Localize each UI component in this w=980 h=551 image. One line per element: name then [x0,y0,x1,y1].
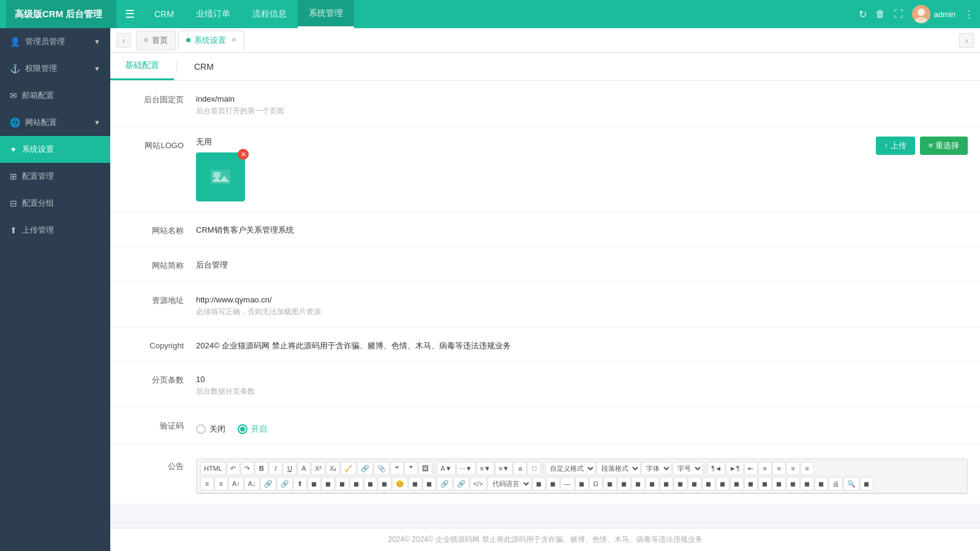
nav-item-system[interactable]: 系统管理 [298,0,354,28]
site-short-input[interactable] [196,261,968,270]
editor-btn-r2-b26[interactable]: ◼ [801,477,814,490]
captcha-on-option[interactable]: 开启 [238,424,267,435]
editor-btn-r2-1[interactable]: ≡ [200,477,214,490]
delete-icon[interactable]: 🗑 [875,9,885,20]
editor-btn-r2-lnk4[interactable]: 🔗 [453,477,469,490]
editor-btn-r2-b24[interactable]: ◼ [772,477,786,490]
editor-btn-r2-b5[interactable]: ◼ [364,477,377,490]
editor-btn-r2-b1[interactable]: ◼ [307,477,321,490]
expand-icon[interactable]: ⛶ [894,9,903,20]
editor-btn-para-left[interactable]: ¶◄ [707,462,725,475]
editor-btn-anchor[interactable]: 📎 [374,462,390,475]
upload-button[interactable]: ↑ 上传 [876,137,915,155]
editor-btn-r2-code[interactable]: </> [470,477,487,490]
editor-btn-image[interactable]: 🖼 [418,462,432,475]
editor-btn-r2-2[interactable]: ≡ [214,477,228,490]
editor-btn-r2-b17[interactable]: ◼ [674,477,687,490]
editor-btn-r2-b20[interactable]: ◼ [716,477,729,490]
nav-item-crm[interactable]: CRM [143,0,185,28]
editor-btn-r2-b3[interactable]: ◼ [336,477,349,490]
editor-btn-r2-b19[interactable]: ◼ [702,477,715,490]
editor-btn-r2-b13[interactable]: ◼ [617,477,631,490]
editor-btn-sup[interactable]: X² [311,462,325,475]
site-name-input[interactable] [196,226,968,235]
editor-select-custom[interactable]: 自定义格式 [545,462,596,475]
editor-btn-list2[interactable]: ≡▼ [495,462,513,475]
editor-btn-link[interactable]: 🔗 [357,462,373,475]
editor-btn-r2-b23[interactable]: ◼ [758,477,772,490]
editor-btn-quote-close[interactable]: ❞ [404,462,418,475]
editor-btn-align-right[interactable]: ≡ [786,462,800,475]
editor-btn-redo[interactable]: ↷ [241,462,254,475]
editor-btn-r2-4[interactable]: A↓ [244,477,260,490]
tab-close-button[interactable]: ✕ [231,36,236,44]
sidebar-item-config-mgmt[interactable]: ⊞ 配置管理 [0,163,110,190]
editor-select-font[interactable]: 字体 [641,462,672,475]
editor-btn-r2-lnk3[interactable]: 🔗 [437,477,453,490]
editor-btn-r2-up[interactable]: ⬆ [293,477,307,490]
editor-btn-r2-b25[interactable]: ◼ [786,477,800,490]
editor-btn-r2-b22[interactable]: ◼ [744,477,758,490]
editor-btn-font-color[interactable]: A▼ [437,462,455,475]
tab-next-button[interactable]: › [959,33,974,48]
editor-btn-r2-zoom[interactable]: 🔍 [843,477,859,490]
editor-btn-r2-b6[interactable]: ◼ [378,477,391,490]
editor-btn-r2-b28[interactable]: ◼ [860,477,873,490]
editor-btn-r2-b11[interactable]: ◼ [575,477,589,490]
editor-btn-r2-b7[interactable]: ◼ [409,477,422,490]
editor-btn-r2-link2[interactable]: 🔗 [277,477,293,490]
editor-btn-outdent[interactable]: ⇤ [744,462,758,475]
editor-btn-align-left[interactable]: ≡ [758,462,772,475]
editor-btn-more[interactable]: ···▼ [456,462,476,475]
editor-btn-r2-dash[interactable]: — [560,477,575,490]
editor-select-lang[interactable]: 代码语言 [488,477,532,490]
nav-item-orders[interactable]: 业绩订单 [185,0,241,28]
tab-system-settings[interactable]: 系统设置 ✕ [178,31,244,50]
editor-btn-r2-b14[interactable]: ◼ [631,477,645,490]
sidebar-item-config-group[interactable]: ⊟ 配置分组 [0,190,110,217]
captcha-off-radio[interactable] [196,424,206,434]
editor-btn-r2-b10[interactable]: ◼ [546,477,560,490]
editor-btn-r2-b8[interactable]: ◼ [423,477,436,490]
editor-btn-html[interactable]: HTML [200,462,226,475]
tab-prev-button[interactable]: ‹ [116,33,131,48]
editor-btn-r2-3[interactable]: A↑ [228,477,244,490]
nav-item-flow[interactable]: 流程信息 [241,0,298,28]
pagination-input[interactable] [196,375,968,384]
editor-btn-r2-b15[interactable]: ◼ [646,477,659,490]
editor-btn-font[interactable]: A [297,462,311,475]
editor-btn-sub[interactable]: X₂ [326,462,340,475]
editor-btn-r2-print[interactable]: 🖨 [829,477,843,490]
sidebar-item-upload-mgmt[interactable]: ⬆ 上传管理 [0,217,110,244]
editor-btn-r2-omega[interactable]: Ω [589,477,603,490]
editor-btn-r2-b4[interactable]: ◼ [350,477,363,490]
sidebar-item-website[interactable]: 🌐 网站配置 ▼ [0,109,110,136]
settings-tab-basic[interactable]: 基础配置 [110,53,174,80]
editor-btn-r2-emoji[interactable]: 😊 [392,477,408,490]
editor-btn-char[interactable]: a [513,462,527,475]
editor-btn-r2-b16[interactable]: ◼ [660,477,673,490]
editor-btn-quote-open[interactable]: ❝ [390,462,404,475]
logo-remove-button[interactable]: ✕ [238,149,249,160]
sidebar-item-email[interactable]: ✉ 邮箱配置 [0,82,110,109]
sidebar-item-system-settings[interactable]: ✦ 系统设置 [0,136,110,163]
editor-btn-list1[interactable]: ≡▼ [477,462,494,475]
more-icon[interactable]: ⋮ [964,9,974,20]
copyright-input[interactable] [196,342,968,351]
editor-select-para[interactable]: 段落格式 [597,462,641,475]
editor-btn-r2-link1[interactable]: 🔗 [260,477,276,490]
editor-btn-r2-b21[interactable]: ◼ [730,477,744,490]
editor-btn-align-center[interactable]: ≡ [772,462,786,475]
editor-btn-eraser[interactable]: 🧹 [341,462,356,475]
menu-icon[interactable]: ☰ [116,7,143,21]
tab-home[interactable]: 首页 [136,31,176,50]
editor-btn-r2-b9[interactable]: ◼ [532,477,546,490]
captcha-on-radio[interactable] [238,424,247,434]
editor-btn-underline[interactable]: U [283,462,296,475]
sidebar-item-admin[interactable]: 👤 管理员管理 ▼ [0,28,110,55]
resource-url-input[interactable] [196,295,968,304]
editor-btn-undo[interactable]: ↶ [227,462,240,475]
editor-btn-para-right[interactable]: ►¶ [726,462,744,475]
editor-btn-bold[interactable]: B [255,462,268,475]
fixed-page-input[interactable] [196,94,968,103]
